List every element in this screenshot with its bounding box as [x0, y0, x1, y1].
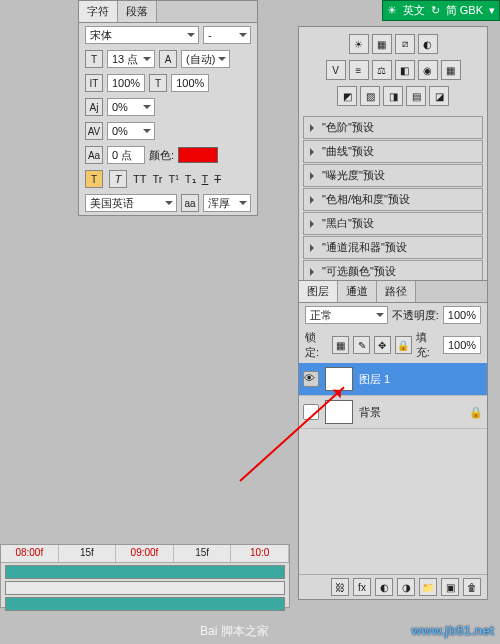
opacity-input[interactable]: 100%	[443, 306, 481, 324]
group-icon[interactable]: 📁	[419, 578, 437, 596]
font-size-icon: T	[85, 50, 103, 68]
lock-position-icon[interactable]: ✥	[374, 336, 391, 354]
layer-name-bg[interactable]: 背景	[359, 405, 381, 420]
balance-icon[interactable]: ⚖	[372, 60, 392, 80]
brightness-icon[interactable]: ☀	[349, 34, 369, 54]
preset-hue[interactable]: "色相/饱和度"预设	[303, 188, 483, 211]
kerning-icon: Aj	[85, 98, 103, 116]
vscale-icon: IT	[85, 74, 103, 92]
tab-layers[interactable]: 图层	[299, 281, 338, 302]
mask-icon[interactable]: ◐	[375, 578, 393, 596]
bw-icon[interactable]: ◧	[395, 60, 415, 80]
smallcaps-icon[interactable]: Tr	[152, 173, 162, 185]
adjust-icons-row1: ☀ ▦ ⧄ ◐	[303, 31, 483, 57]
layer-thumb-bg[interactable]	[325, 400, 353, 424]
adjust-icons-row2: V ≡ ⚖ ◧ ◉ ▦	[303, 57, 483, 83]
ime-indicator[interactable]: ☀英文↻简 GBK▾	[382, 0, 500, 21]
threshold-icon[interactable]: ◨	[383, 86, 403, 106]
new-layer-icon[interactable]: ▣	[441, 578, 459, 596]
lock-all-icon[interactable]: 🔒	[395, 336, 412, 354]
layer-name-1[interactable]: 图层 1	[359, 372, 390, 387]
aa-icon: aa	[181, 194, 199, 212]
superscript-icon[interactable]: T¹	[168, 173, 178, 185]
timeline-panel: 08:00f 15f 09:00f 15f 10:0	[0, 544, 290, 608]
lock-icon: 🔒	[469, 406, 483, 419]
fill-input[interactable]: 100%	[443, 336, 481, 354]
link-icon[interactable]: ⛓	[331, 578, 349, 596]
photo-filter-icon[interactable]: ◉	[418, 60, 438, 80]
fx-icon[interactable]: fx	[353, 578, 371, 596]
hue-icon[interactable]: ≡	[349, 60, 369, 80]
hscale-input[interactable]: 100%	[171, 74, 209, 92]
lock-transparent-icon[interactable]: ▦	[332, 336, 349, 354]
antialias-select[interactable]: 浑厚	[203, 194, 251, 212]
timeline-track-2[interactable]	[5, 581, 285, 595]
font-family-select[interactable]: 宋体	[85, 26, 199, 44]
preset-levels[interactable]: "色阶"预设	[303, 116, 483, 139]
tab-paragraph[interactable]: 段落	[118, 1, 157, 22]
underline-icon[interactable]: T	[202, 173, 209, 185]
vscale-input[interactable]: 100%	[107, 74, 145, 92]
curves-icon[interactable]: ⧄	[395, 34, 415, 54]
leading-select[interactable]: (自动)	[181, 50, 230, 68]
hscale-icon: T	[149, 74, 167, 92]
preset-bw[interactable]: "黑白"预设	[303, 212, 483, 235]
watermark-baidu: Bai 脚本之家	[200, 623, 269, 640]
levels-icon[interactable]: ▦	[372, 34, 392, 54]
fill-adjust-icon[interactable]: ◑	[397, 578, 415, 596]
watermark-url: www.jb51.net	[411, 623, 494, 638]
baseline-icon: Aa	[85, 146, 103, 164]
visibility-icon[interactable]: 👁	[303, 371, 319, 387]
bold-icon[interactable]: T	[85, 170, 103, 188]
text-color-swatch[interactable]	[178, 147, 218, 163]
adjust-icons-row3: ◩ ▨ ◨ ▤ ◪	[303, 83, 483, 109]
lock-label: 锁定:	[305, 330, 328, 360]
preset-mixer[interactable]: "通道混和器"预设	[303, 236, 483, 259]
gradient-map-icon[interactable]: ▤	[406, 86, 426, 106]
font-size-select[interactable]: 13 点	[107, 50, 155, 68]
opacity-label: 不透明度:	[392, 308, 439, 323]
time-mark[interactable]: 09:00f	[116, 545, 174, 562]
kerning-select[interactable]: 0%	[107, 98, 155, 116]
strike-icon[interactable]: T	[214, 173, 221, 185]
vibrance-icon[interactable]: V	[326, 60, 346, 80]
blend-mode-select[interactable]: 正常	[305, 306, 388, 324]
adjustments-panel: ☀ ▦ ⧄ ◐ V ≡ ⚖ ◧ ◉ ▦ ◩ ▨ ◨ ▤ ◪ "色阶"预设 "曲线…	[298, 26, 488, 317]
time-mark[interactable]: 15f	[59, 545, 117, 562]
fill-label: 填充:	[416, 330, 439, 360]
lock-pixels-icon[interactable]: ✎	[353, 336, 370, 354]
color-label: 颜色:	[149, 148, 174, 163]
tab-paths[interactable]: 路径	[377, 281, 416, 302]
layer-row-1[interactable]: 👁 图层 1	[299, 363, 487, 396]
tracking-icon: AV	[85, 122, 103, 140]
character-panel: 字符 段落 宋体- T13 点 A(自动) IT100% T100% Aj0% …	[78, 0, 258, 216]
allcaps-icon[interactable]: TT	[133, 173, 146, 185]
font-style-select[interactable]: -	[203, 26, 251, 44]
timeline-track-1[interactable]	[5, 565, 285, 579]
layers-panel: 图层 通道 路径 正常 不透明度: 100% 锁定: ▦ ✎ ✥ 🔒 填充: 1…	[298, 280, 488, 600]
posterize-icon[interactable]: ▨	[360, 86, 380, 106]
tab-channels[interactable]: 通道	[338, 281, 377, 302]
selective-icon[interactable]: ◪	[429, 86, 449, 106]
mixer-icon[interactable]: ▦	[441, 60, 461, 80]
timeline-track-3[interactable]	[5, 597, 285, 611]
baseline-input[interactable]: 0 点	[107, 146, 145, 164]
italic-icon[interactable]: T	[109, 170, 127, 188]
tracking-select[interactable]: 0%	[107, 122, 155, 140]
exposure-icon[interactable]: ◐	[418, 34, 438, 54]
subscript-icon[interactable]: T₁	[185, 173, 196, 186]
time-mark[interactable]: 08:00f	[1, 545, 59, 562]
tab-character[interactable]: 字符	[79, 1, 118, 22]
time-mark[interactable]: 15f	[174, 545, 232, 562]
leading-icon: A	[159, 50, 177, 68]
delete-layer-icon[interactable]: 🗑	[463, 578, 481, 596]
preset-curves[interactable]: "曲线"预设	[303, 140, 483, 163]
preset-exposure[interactable]: "曝光度"预设	[303, 164, 483, 187]
time-mark[interactable]: 10:0	[231, 545, 289, 562]
invert-icon[interactable]: ◩	[337, 86, 357, 106]
language-select[interactable]: 美国英语	[85, 194, 177, 212]
